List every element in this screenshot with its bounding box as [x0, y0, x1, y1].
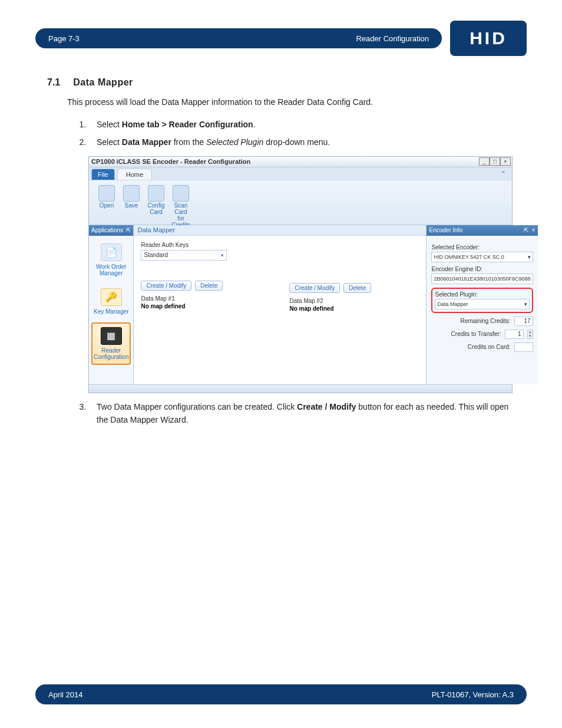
remaining-credits-value: 17	[514, 317, 533, 326]
page-header: Page 7-3 Reader Configuration HID	[35, 21, 527, 56]
open-icon	[98, 185, 115, 202]
title-bar: CP1000 iCLASS SE Encoder - Reader Config…	[89, 157, 512, 167]
page-topic: Reader Configuration	[356, 34, 429, 43]
data-map-2-label: Data Map #2	[289, 298, 419, 304]
data-map-2-status: No map defined	[289, 305, 419, 312]
work-area: Applications ⇱ 📄 Work Order Manager 🔑 Ke…	[89, 225, 512, 384]
applications-panel: Applications ⇱ 📄 Work Order Manager 🔑 Ke…	[89, 225, 134, 384]
close-panel-icon[interactable]: ×	[532, 227, 535, 233]
key-manager-icon: 🔑	[101, 288, 122, 306]
work-order-icon: 📄	[101, 243, 122, 261]
page-number: Page 7-3	[48, 34, 80, 43]
config-card-button[interactable]: Config Card	[146, 185, 166, 228]
delete-1-button[interactable]: Delete	[195, 281, 223, 291]
applications-list: 📄 Work Order Manager 🔑 Key Manager ▦ Rea…	[89, 236, 133, 384]
data-map-1-label: Data Map #1	[141, 295, 270, 302]
reader-config-icon: ▦	[101, 327, 122, 345]
steps-list: Select Home tab > Reader Configuration. …	[88, 118, 515, 149]
selected-plugin-label: Selected Plugin:	[435, 291, 529, 298]
delete-2-button[interactable]: Delete	[343, 283, 371, 293]
data-map-2-column: Create / Modify Delete Data Map #2 No ma…	[289, 242, 419, 378]
auth-keys-dropdown[interactable]: Standard ▾	[141, 250, 227, 261]
credits-transfer-value[interactable]: 1	[505, 330, 524, 339]
step-3: Two Data Mapper configurations can be cr…	[88, 400, 515, 427]
window-buttons: _ □ ×	[479, 157, 511, 166]
section-title: Data Mapper	[73, 77, 133, 88]
screenshot: CP1000 iCLASS SE Encoder - Reader Config…	[88, 156, 515, 393]
maximize-button[interactable]: □	[490, 157, 500, 166]
applications-panel-title: Applications ⇱	[89, 225, 133, 236]
auth-keys-label: Reader Auth Keys	[141, 242, 270, 248]
content: 7.1 Data Mapper This process will load t…	[47, 77, 515, 427]
credits-transfer-row: Credits to Transfer: 1 ▲▼	[431, 330, 533, 339]
remaining-credits-row: Remaining Credits: 17	[431, 317, 533, 326]
intro-text: This process will load the Data Mapper i…	[67, 96, 515, 108]
chevron-down-icon: ▾	[528, 254, 531, 260]
main-panel-body: Reader Auth Keys Standard ▾ Create / Mod…	[134, 236, 426, 384]
step-1: Select Home tab > Reader Configuration.	[88, 118, 515, 131]
panel-controls: ⇱ ×	[524, 227, 535, 233]
engine-id-field: 2B0601040181E438010103050F8C9088	[431, 274, 533, 284]
section-number: 7.1	[47, 77, 60, 88]
encoder-info-body: Selected Encoder: HID OMNIKEY 5427 CK SC…	[427, 236, 537, 384]
ribbon-group-reader-config: Open Save Config Card Scan Card for	[92, 183, 195, 223]
status-bar	[89, 384, 512, 393]
file-tab[interactable]: File	[91, 169, 115, 180]
ribbon: Open Save Config Card Scan Card for	[89, 180, 512, 225]
minimize-button[interactable]: _	[479, 157, 490, 166]
header-bar: Page 7-3 Reader Configuration	[35, 28, 442, 48]
scan-card-icon	[173, 185, 189, 202]
create-modify-1-button[interactable]: Create / Modify	[141, 281, 191, 291]
main-panel: Data Mapper Reader Auth Keys Standard ▾ …	[134, 225, 426, 384]
selected-encoder-dropdown[interactable]: HID OMNIKEY 5427 CK SC 0 ▾	[431, 252, 533, 262]
data-map-1-column: Reader Auth Keys Standard ▾ Create / Mod…	[141, 242, 270, 378]
app-window: CP1000 iCLASS SE Encoder - Reader Config…	[88, 156, 513, 393]
section-header: 7.1 Data Mapper	[47, 77, 515, 88]
sidebar-item-work-order[interactable]: 📄 Work Order Manager	[91, 239, 131, 281]
pin-icon[interactable]: ⇱	[126, 227, 131, 233]
selected-plugin-dropdown[interactable]: Data Mapper ▾	[435, 299, 529, 309]
hid-logo: HID	[450, 21, 527, 56]
selected-encoder-label: Selected Encoder:	[431, 244, 533, 251]
scan-card-button[interactable]: Scan Card for Credits	[171, 185, 191, 228]
credits-on-card-row: Credits on Card:	[431, 342, 533, 352]
engine-id-label: Encoder Engine ID:	[431, 266, 533, 272]
chevron-down-icon: ▾	[524, 301, 527, 307]
main-panel-title: Data Mapper	[134, 225, 426, 236]
save-icon	[123, 185, 140, 202]
collapse-ribbon-icon[interactable]: ⌃	[500, 170, 506, 178]
sidebar-item-reader-configuration[interactable]: ▦ Reader Configuration	[91, 322, 131, 365]
config-card-icon	[148, 185, 164, 202]
close-button[interactable]: ×	[500, 157, 511, 166]
window-title: CP1000 iCLASS SE Encoder - Reader Config…	[91, 158, 250, 165]
chevron-down-icon: ▾	[221, 252, 224, 258]
steps-list-continued: Two Data Mapper configurations can be cr…	[88, 400, 515, 427]
save-button[interactable]: Save	[121, 185, 141, 228]
credits-on-card-value	[514, 342, 533, 352]
footer-docid: PLT-01067, Version: A.3	[432, 690, 514, 699]
open-button[interactable]: Open	[97, 185, 117, 228]
menu-tabs: File Home ⌃	[89, 167, 512, 180]
page-footer: April 2014 PLT-01067, Version: A.3	[35, 684, 527, 704]
footer-date: April 2014	[48, 690, 83, 699]
step-2: Select Data Mapper from the Selected Plu…	[88, 136, 515, 149]
home-tab[interactable]: Home	[117, 169, 152, 180]
selected-plugin-highlight: Selected Plugin: Data Mapper ▾	[431, 288, 533, 313]
create-modify-2-button[interactable]: Create / Modify	[289, 283, 340, 293]
pin-icon[interactable]: ⇱	[524, 227, 528, 233]
sidebar-item-key-manager[interactable]: 🔑 Key Manager	[91, 284, 131, 319]
data-map-1-status: No map defined	[141, 303, 270, 309]
credits-transfer-spinner[interactable]: ▲▼	[527, 330, 533, 339]
encoder-info-panel: Encoder Info ⇱ × Selected Encoder: HID O…	[426, 225, 537, 384]
encoder-info-title: Encoder Info ⇱ ×	[427, 225, 537, 236]
